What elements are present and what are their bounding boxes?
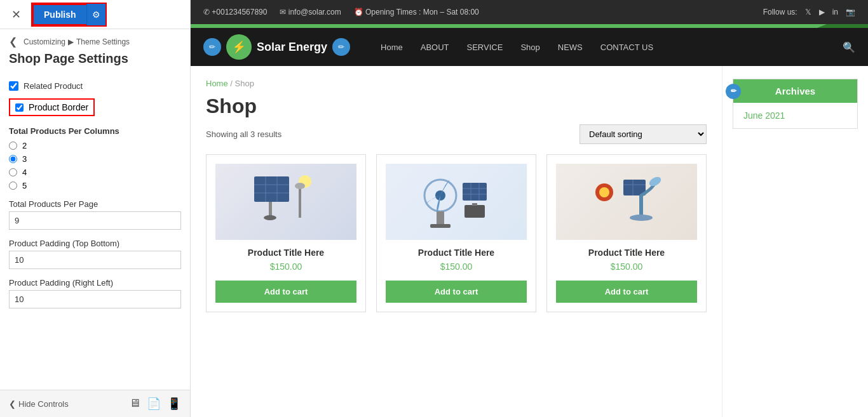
hours-item: ⏰ Opening Times : Mon – Sat 08:00: [354, 8, 479, 17]
columns-option-4: 4: [9, 168, 181, 177]
nav-shop[interactable]: Shop: [512, 28, 548, 66]
columns-value-4: 4: [22, 168, 27, 177]
padding-tb-group: Product Padding (Top Bottom): [9, 239, 181, 269]
breadcrumb-shop-text: Shop: [235, 79, 254, 88]
breadcrumb: ❮ Customizing ▶ Theme Settings: [0, 29, 190, 50]
columns-label: Total Products Per Columns: [9, 126, 181, 136]
breadcrumb-child: Theme Settings: [76, 37, 130, 46]
columns-radio-5[interactable]: [9, 182, 17, 190]
product-title-2: Product Title Here: [418, 248, 494, 258]
svg-point-22: [599, 187, 609, 197]
padding-rl-group: Product Padding (Right Left): [9, 278, 181, 308]
products-grid: Product Title Here $150.00 Add to cart: [206, 154, 707, 312]
top-bar-right: Follow us: 𝕏 ▶ in 📷: [763, 8, 855, 17]
columns-option-2: 2: [9, 141, 181, 150]
nav-about[interactable]: ABOUT: [412, 28, 458, 66]
columns-value-5: 5: [22, 181, 27, 190]
svg-rect-0: [254, 176, 289, 202]
add-to-cart-button-2[interactable]: Add to cart: [386, 281, 527, 303]
archives-june-2021[interactable]: June 2021: [743, 110, 847, 121]
bottom-bar: ❮ Hide Controls 🖥 📄 📱: [0, 390, 190, 417]
shop-main: Home / Shop Shop Showing all 3 results D…: [191, 66, 722, 417]
product-card-2: Product Title Here $150.00 Add to cart: [376, 154, 536, 312]
columns-radio-4[interactable]: [9, 168, 17, 176]
per-page-label: Total Products Per Page: [9, 199, 181, 209]
related-product-label: Related Product: [24, 81, 83, 91]
panel-title: Shop Page Settings: [0, 50, 190, 75]
nav-links: Home ABOUT SERVICE Shop NEWS CONTACT US: [372, 28, 662, 66]
product-image-1: [215, 164, 356, 240]
archives-title: Archives: [775, 86, 815, 96]
results-count: Showing all 3 results: [206, 129, 281, 139]
close-button[interactable]: ✕: [6, 5, 26, 24]
tablet-icon[interactable]: 📄: [147, 397, 161, 411]
svg-point-28: [630, 215, 653, 221]
green-accent-bar: [191, 24, 868, 28]
desktop-icon[interactable]: 🖥: [129, 397, 140, 411]
add-to-cart-button-1[interactable]: Add to cart: [215, 281, 356, 303]
columns-option-5: 5: [9, 181, 181, 190]
logo-edit-circle[interactable]: ✏: [203, 38, 221, 56]
columns-radio-2[interactable]: [9, 142, 17, 150]
archives-edit-icon[interactable]: ✏: [726, 84, 741, 99]
logo-icon: [226, 34, 252, 60]
sort-select[interactable]: Default sorting: [580, 124, 707, 144]
mobile-icon[interactable]: 📱: [167, 397, 181, 411]
columns-radio-group: 2 3 4 5: [9, 141, 181, 190]
padding-rl-label: Product Padding (Right Left): [9, 278, 181, 288]
publish-button[interactable]: Publish: [32, 4, 88, 25]
follow-label: Follow us:: [763, 8, 797, 17]
product-price-1: $150.00: [270, 261, 302, 272]
search-icon[interactable]: 🔍: [843, 41, 855, 53]
related-product-row: Related Product: [9, 81, 181, 91]
twitter-icon: 𝕏: [805, 8, 811, 17]
customizer-panel: ✕ Publish ⚙ ❮ Customizing ▶ Theme Settin…: [0, 0, 191, 417]
related-product-checkbox[interactable]: [9, 81, 18, 91]
nav-home[interactable]: Home: [372, 28, 412, 66]
shop-toolbar: Showing all 3 results Default sorting: [206, 124, 707, 144]
columns-radio-3[interactable]: [9, 155, 17, 163]
product-svg-1: [251, 170, 321, 234]
product-image-2: [386, 164, 527, 240]
columns-section: Total Products Per Columns 2 3 4 5: [9, 126, 181, 190]
breadcrumb-sep: /: [230, 79, 234, 88]
breadcrumb-home-link[interactable]: Home: [206, 79, 228, 88]
logo-edit-circle-2[interactable]: ✏: [332, 38, 350, 56]
nav-service[interactable]: SERVICE: [458, 28, 512, 66]
svg-rect-20: [472, 203, 477, 206]
site-logo: ✏ Solar Energy ✏: [203, 34, 350, 60]
settings-area: Related Product Product Border Total Pro…: [0, 75, 190, 390]
shop-breadcrumb: Home / Shop: [206, 79, 707, 88]
hide-controls-button[interactable]: ❮ Hide Controls: [9, 399, 69, 409]
nav-news[interactable]: NEWS: [549, 28, 592, 66]
per-page-input[interactable]: [9, 211, 181, 230]
columns-value-3: 3: [22, 154, 27, 164]
product-title-1: Product Title Here: [248, 248, 324, 258]
archives-body: June 2021: [733, 103, 857, 128]
breadcrumb-separator: ▶: [68, 37, 74, 46]
publish-group: Publish ⚙: [31, 3, 107, 27]
content-area: Home / Shop Shop Showing all 3 results D…: [191, 66, 868, 417]
svg-rect-19: [465, 205, 485, 218]
hide-controls-label: Hide Controls: [18, 399, 69, 409]
per-page-group: Total Products Per Page: [9, 199, 181, 230]
add-to-cart-button-3[interactable]: Add to cart: [556, 281, 697, 303]
product-border-label: Product Border: [29, 102, 88, 112]
instagram-icon: 📷: [846, 8, 855, 17]
padding-tb-input[interactable]: [9, 251, 181, 269]
hide-controls-arrow: ❮: [9, 399, 16, 409]
device-icons: 🖥 📄 📱: [129, 397, 181, 411]
back-arrow-icon[interactable]: ❮: [9, 36, 17, 48]
nav-contact[interactable]: CONTACT US: [592, 28, 662, 66]
svg-rect-26: [639, 195, 643, 218]
shop-sidebar: ✏ Archives June 2021: [722, 66, 868, 417]
product-border-checkbox[interactable]: [15, 103, 24, 112]
publish-settings-button[interactable]: ⚙: [86, 4, 105, 25]
product-price-3: $150.00: [611, 261, 643, 272]
padding-rl-input[interactable]: [9, 290, 181, 308]
svg-rect-13: [430, 224, 451, 228]
product-image-3: [556, 164, 697, 240]
top-bar: ✕ Publish ⚙: [0, 0, 190, 29]
svg-point-6: [264, 215, 276, 220]
site-top-bar: ✆ +001234567890 ✉ info@solar.com ⏰ Openi…: [191, 0, 868, 24]
